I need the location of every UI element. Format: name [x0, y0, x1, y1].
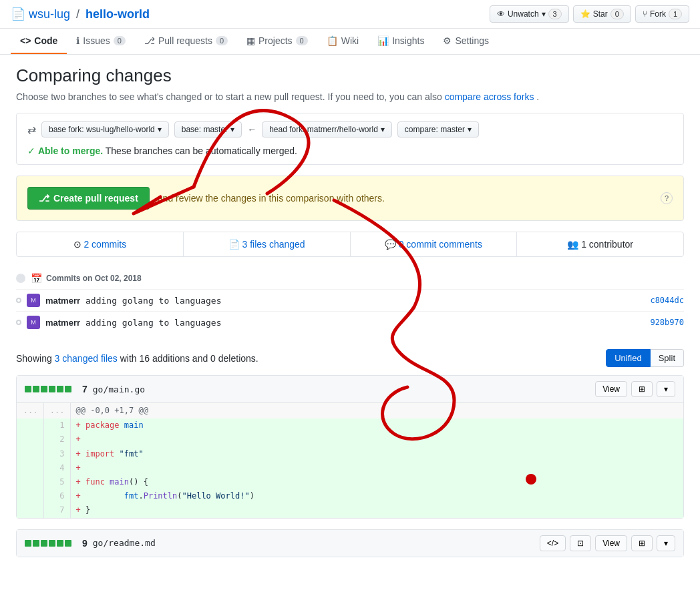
fork-button[interactable]: ⑂ Fork 1	[635, 5, 689, 23]
files-stat[interactable]: 📄 3 files changed	[184, 232, 351, 256]
pr-text-content: and review the changes in this compariso…	[158, 193, 385, 204]
commits-date-icon: 📅 Commits on Oct 02, 2018	[31, 273, 142, 284]
file-header-left: 7 go/main.go	[25, 384, 145, 394]
unified-view-button[interactable]: Unified	[606, 349, 650, 367]
tab-pull-requests[interactable]: ⎇ Pull requests 0	[135, 29, 237, 54]
help-icon[interactable]: ?	[661, 192, 673, 204]
comments-stat[interactable]: 💬 0 commit comments	[351, 232, 518, 256]
page-title: Comparing changes	[16, 65, 684, 86]
commit-author[interactable]: matmerr	[45, 318, 80, 328]
issues-badge: 0	[114, 36, 126, 45]
star-button[interactable]: ⭐ Star 0	[573, 5, 631, 23]
compare-forks-link[interactable]: compare across forks	[445, 91, 534, 102]
head-fork-label: head fork: matmerr/hello-world	[269, 125, 378, 134]
commits-link[interactable]: 2 commits	[83, 239, 126, 250]
view-toggle: Unified Split	[606, 349, 684, 367]
compare-bar: ⇄ base fork: wsu-lug/hello-world ▾ base:…	[16, 113, 684, 165]
head-fork-select[interactable]: head fork: matmerr/hello-world ▾	[262, 121, 392, 137]
stats-bar: ⊙ 2 commits 📄 3 files changed 💬 0 commit…	[16, 232, 684, 257]
tab-projects[interactable]: ▦ Projects 0	[237, 29, 317, 54]
base-select[interactable]: base: master ▾	[174, 121, 242, 137]
diff-line-3: 3 + import "fmt"	[17, 447, 683, 461]
merge-status-row: ✓ Able to merge. These branches can be a…	[27, 145, 673, 156]
showing-text: Showing	[16, 353, 52, 364]
base-fork-label: base fork: wsu-lug/hello-world	[49, 125, 155, 134]
tab-issues[interactable]: ℹ Issues 0	[67, 29, 135, 54]
files-link[interactable]: 3 files changed	[242, 239, 305, 250]
tab-wiki-label: Wiki	[341, 35, 359, 46]
line-content: +	[70, 432, 683, 447]
diff-line-4: 4 +	[17, 461, 683, 475]
split-view-button[interactable]: Split	[651, 349, 684, 367]
diff-view2-icon-button[interactable]: ⊞	[631, 535, 653, 551]
file-name: go/main.go	[93, 384, 145, 394]
file-diff-header: 7 go/main.go View ⊞ ▾	[17, 376, 683, 403]
commit-row: M matmerr adding golang to languages c80…	[16, 289, 684, 311]
compare-select[interactable]: compare: master ▾	[397, 121, 479, 137]
line-content: + func main() {	[70, 475, 683, 489]
base-fork-select[interactable]: base fork: wsu-lug/hello-world ▾	[41, 121, 169, 137]
commit-dot	[16, 320, 21, 325]
commits-section: 📅 Commits on Oct 02, 2018 M matmerr addi…	[16, 268, 684, 333]
line-num-new: 6	[43, 489, 70, 503]
unwatch-button[interactable]: 👁 Unwatch ▾ 3	[490, 5, 569, 23]
repo-icon: 📄	[11, 7, 29, 21]
insights-icon: 📊	[377, 35, 389, 46]
tab-code[interactable]: <> Code	[11, 29, 67, 54]
star-icon: ⭐	[580, 9, 590, 19]
line-num-old	[17, 489, 43, 503]
commit-dot	[16, 298, 21, 303]
file-diff-readme: 9 go/readme.md </> ⊡ View ⊞ ▾	[16, 529, 684, 557]
addition-count-label: 7	[82, 384, 88, 394]
tab-wiki[interactable]: 📋 Wiki	[317, 29, 368, 54]
eye-icon: 👁	[497, 9, 505, 19]
view-file-button[interactable]: View	[595, 381, 627, 397]
line-num-new: 7	[43, 503, 70, 517]
raw-view-button[interactable]: ⊡	[570, 535, 591, 551]
file-diff-main-go: 7 go/main.go View ⊞ ▾ ... ... @@ -0,0 +1…	[16, 375, 684, 519]
contributors-stat[interactable]: 👥 1 contributor	[517, 232, 683, 256]
pr-area: ⎇ Create pull request and review the cha…	[16, 176, 684, 221]
line-content: +	[70, 461, 683, 475]
commit-sha-link[interactable]: c8044dc	[650, 296, 684, 305]
commits-stat[interactable]: ⊙ 2 commits	[17, 232, 184, 256]
merge-detail: These branches can be automatically merg…	[106, 145, 297, 156]
line-num-new: ...	[43, 403, 70, 418]
line-num-old	[17, 447, 43, 461]
tab-insights[interactable]: 📊 Insights	[368, 29, 433, 54]
view-file2-button[interactable]: View	[595, 535, 627, 551]
line-num-new: 3	[43, 447, 70, 461]
create-pr-label: Create pull request	[53, 193, 138, 204]
file-diff2-header: 9 go/readme.md </> ⊡ View ⊞ ▾	[17, 530, 683, 557]
avatar: M	[27, 294, 40, 307]
diff-table: ... ... @@ -0,0 +1,7 @@ 1 + package main…	[17, 403, 683, 518]
comments-link[interactable]: 0 commit comments	[399, 239, 482, 250]
tab-projects-label: Projects	[258, 35, 293, 46]
line-num-old	[17, 503, 43, 517]
org-link[interactable]: wsu-lug	[29, 7, 70, 21]
projects-badge: 0	[296, 36, 308, 45]
expand-button[interactable]: ▾	[657, 381, 675, 397]
commits-date-label: Commits on Oct 02, 2018	[46, 274, 142, 283]
settings-icon: ⚙	[443, 35, 452, 46]
star-label: Star	[593, 9, 608, 19]
expand2-button[interactable]: ▾	[657, 535, 675, 551]
line-num-old	[17, 432, 43, 447]
chevron-down-icon: ▾	[542, 9, 546, 19]
diff-line-2: 2 +	[17, 432, 683, 447]
changed-files-link[interactable]: 3 changed files	[55, 353, 118, 364]
create-pull-request-button[interactable]: ⎇ Create pull request	[27, 187, 150, 210]
page-subtitle: Choose two branches to see what's change…	[16, 91, 684, 102]
commits-date: 📅 Commits on Oct 02, 2018	[16, 268, 684, 289]
repo-link[interactable]: hello-world	[85, 7, 150, 21]
contributors-label: 1 contributor	[581, 239, 633, 250]
commit-sha-link[interactable]: 928b970	[650, 318, 684, 327]
code-view-button[interactable]: </>	[540, 535, 566, 551]
merge-status-label: Able to merge.	[38, 145, 103, 156]
diff-view-icon-button[interactable]: ⊞	[631, 381, 653, 397]
commit-author[interactable]: matmerr	[45, 296, 80, 306]
file-additions	[25, 386, 71, 392]
tab-settings[interactable]: ⚙ Settings	[433, 29, 498, 54]
line-num-new: 5	[43, 475, 70, 489]
commit-message: adding golang to languages	[85, 318, 645, 328]
